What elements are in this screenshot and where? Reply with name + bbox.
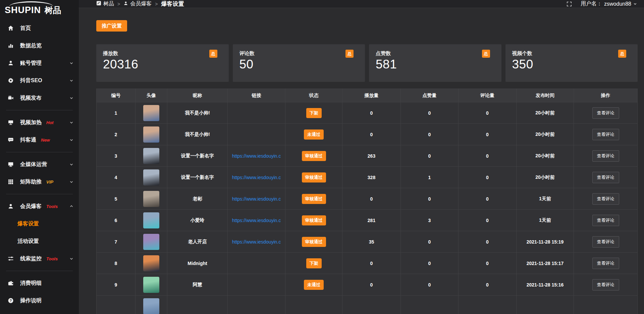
cell-plays: 0 <box>342 124 401 145</box>
col-header-publish-time: 发布时间 <box>517 89 574 102</box>
cell-publish-time: 20小时前 <box>517 145 574 167</box>
video-link[interactable]: https://www.iesdouyin.c <box>232 239 281 245</box>
cell-comments: 0 <box>459 231 517 253</box>
breadcrumb-label: 爆客设置 <box>161 0 184 8</box>
chevron-down-icon <box>69 78 73 83</box>
col-header-nickname: 昵称 <box>167 89 228 102</box>
sidebar-item-member-baoke[interactable]: 会员爆客 Tools <box>0 198 79 215</box>
stat-card-value: 581 <box>376 57 495 71</box>
status-badge[interactable]: 下架 <box>306 258 322 268</box>
cell-nickname: Midnight <box>167 253 228 274</box>
status-badge[interactable]: 未通过 <box>304 280 324 290</box>
status-badge[interactable]: 审核通过 <box>302 194 326 204</box>
sidebar-item-video-heat[interactable]: 视频加热 Hot <box>0 114 79 131</box>
cell-actions <box>574 296 638 314</box>
cell-plays <box>342 296 401 314</box>
video-link[interactable]: https://www.iesdouyin.c <box>232 153 281 159</box>
status-badge[interactable]: 审核通过 <box>302 237 326 247</box>
cell-likes: 0 <box>401 145 459 167</box>
total-badge: 总 <box>345 50 354 58</box>
view-comments-button[interactable]: 查看评论 <box>592 279 619 291</box>
video-table: 编号 头像 昵称 链接 状态 播放量 点赞量 评论量 发布时间 操作 1 <box>96 89 638 314</box>
tools-tag: Tools <box>46 256 58 261</box>
status-badge[interactable]: 审核通过 <box>302 215 326 225</box>
view-comments-button[interactable]: 查看评论 <box>592 215 619 226</box>
user-icon <box>123 1 128 7</box>
cell-likes: 0 <box>401 231 459 253</box>
view-comments-button[interactable]: 查看评论 <box>592 172 619 183</box>
avatar <box>143 212 159 228</box>
cell-link <box>228 296 285 314</box>
cell-plays: 35 <box>342 231 401 253</box>
sidebar-subitem-baoke-settings[interactable]: 爆客设置 <box>0 215 79 232</box>
total-badge: 总 <box>482 50 490 58</box>
promotion-settings-button[interactable]: 推广设置 <box>96 20 127 32</box>
sidebar-item-douyin-seo[interactable]: 抖音SEO <box>0 72 79 89</box>
video-link[interactable]: https://www.iesdouyin.c <box>232 218 281 223</box>
sidebar-item-clue-monitor[interactable]: 线索监控 Tools <box>0 250 79 267</box>
sidebar-divider <box>6 110 73 110</box>
cell-id: 6 <box>97 210 136 231</box>
sidebar-subitem-activity-settings[interactable]: 活动设置 <box>0 232 79 250</box>
cell-likes: 0 <box>401 188 459 210</box>
table-header-row: 编号 头像 昵称 链接 状态 播放量 点赞量 评论量 发布时间 操作 <box>97 89 638 102</box>
sidebar-item-data-overview[interactable]: 数据总览 <box>0 37 79 54</box>
avatar <box>143 148 159 164</box>
avatar <box>143 126 159 143</box>
cell-id: 3 <box>97 145 136 167</box>
stat-card-label: 评论数 <box>239 50 359 57</box>
sidebar-item-label: 抖音SEO <box>20 77 42 84</box>
breadcrumb-item-shupin[interactable]: 树品 <box>96 0 114 7</box>
chevron-down-icon <box>69 180 73 184</box>
main-area: 树品 > 会员爆客 > 爆客设置 用户名：z <box>79 0 644 314</box>
breadcrumb: 树品 > 会员爆客 > 爆客设置 <box>96 0 184 8</box>
cell-publish-time: 20小时前 <box>517 102 574 124</box>
gear-icon <box>7 77 14 84</box>
sidebar-item-video-publish[interactable]: 视频发布 <box>0 89 79 107</box>
sidebar-item-omnimedia-operation[interactable]: 全媒体运营 <box>0 156 79 173</box>
new-tag: New <box>41 138 50 143</box>
table-row: 9 阿慧 未通过 0 0 0 2021-11-28 15:16 查看评论 <box>97 274 638 296</box>
sidebar-item-label: 会员爆客 <box>20 203 42 210</box>
sidebar-item-home[interactable]: 首页 <box>0 19 79 37</box>
table-row: 4 设置一个新名字 https://www.iesdouyin.c 审核通过 3… <box>97 167 638 188</box>
cell-publish-time: 2021-11-28 15:16 <box>517 274 574 296</box>
cell-comments: 0 <box>459 210 517 231</box>
wallet-icon <box>7 280 14 286</box>
status-badge[interactable]: 未通过 <box>304 129 324 140</box>
user-icon <box>7 203 14 210</box>
sidebar-item-operation-guide[interactable]: ? 操作说明 <box>0 292 79 309</box>
cell-plays: 0 <box>342 102 401 124</box>
view-comments-button[interactable]: 查看评论 <box>592 258 619 269</box>
view-comments-button[interactable]: 查看评论 <box>592 129 619 140</box>
sidebar-item-consumption-details[interactable]: 消费明细 <box>0 274 79 292</box>
status-badge[interactable]: 下架 <box>306 108 322 118</box>
cell-publish-time: 20小时前 <box>517 124 574 145</box>
breadcrumb-item-member-baoke[interactable]: 会员爆客 <box>123 0 152 7</box>
fullscreen-icon[interactable] <box>567 1 572 7</box>
cell-publish-time: 1天前 <box>517 188 574 210</box>
cell-id: 7 <box>97 231 136 253</box>
sidebar-item-account-management[interactable]: 账号管理 <box>0 54 79 72</box>
view-comments-button[interactable]: 查看评论 <box>592 107 619 119</box>
video-link[interactable]: https://www.iesdouyin.c <box>232 175 281 180</box>
view-comments-button[interactable]: 查看评论 <box>592 150 619 162</box>
cell-publish-time: 2021-11-28 15:19 <box>517 231 574 253</box>
username-label: 用户名： <box>581 0 602 7</box>
cell-comments: 0 <box>459 102 517 124</box>
cell-id: 1 <box>97 102 136 124</box>
total-badge: 总 <box>209 50 217 58</box>
video-link[interactable]: https://www.iesdouyin.c <box>232 196 281 202</box>
sidebar-item-matrix-boost[interactable]: 矩阵助推 VIP <box>0 173 79 191</box>
view-comments-button[interactable]: 查看评论 <box>592 193 619 205</box>
status-badge[interactable]: 审核通过 <box>302 172 326 182</box>
sidebar-item-label: 首页 <box>20 25 31 32</box>
breadcrumb-separator: > <box>155 1 158 7</box>
status-badge[interactable]: 审核通过 <box>302 151 326 161</box>
sidebar-item-douketong[interactable]: 抖客通 New <box>0 131 79 149</box>
avatar <box>143 277 159 293</box>
user-menu[interactable]: 用户名：zswodun88 <box>581 0 637 7</box>
cell-nickname: 设置一个新名字 <box>167 167 228 188</box>
view-comments-button[interactable]: 查看评论 <box>592 236 619 248</box>
sidebar-item-label: 数据总览 <box>20 42 42 49</box>
